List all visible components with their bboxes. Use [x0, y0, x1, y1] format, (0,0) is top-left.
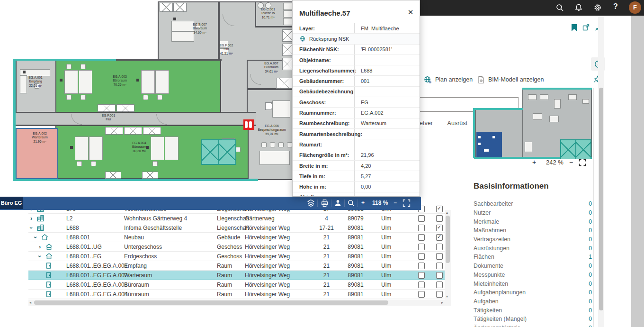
plan-tab-label[interactable]: Büro EG [0, 197, 23, 209]
checkbox-2[interactable] [436, 263, 443, 269]
factbox-item[interactable]: Dokumente 0 [474, 262, 592, 271]
factbox-count[interactable]: 0 [589, 236, 592, 243]
scrollbar-thumb[interactable] [446, 216, 450, 263]
search-icon[interactable] [555, 3, 564, 12]
table-horizontal-scrollbar[interactable]: ◂ ▸ [28, 300, 451, 306]
magnifier-icon[interactable] [347, 199, 355, 207]
plan-zoom-out-button[interactable]: − [394, 200, 397, 206]
factbox-item[interactable]: Ausrüstungen 0 [474, 244, 592, 253]
factbox-count[interactable]: 0 [589, 227, 592, 234]
room-corridor-f001[interactable] [14, 112, 256, 126]
factbox-item[interactable]: Vertragszeilen 0 [474, 235, 592, 244]
scroll-right-arrow[interactable]: ▸ [441, 300, 443, 305]
checkbox-2[interactable] [436, 225, 443, 231]
factbox-item[interactable]: Tätigkeiten 0 [474, 306, 592, 315]
table-row[interactable]: L688.001..EG.EG.A.002 Warteraum Raum Hör… [28, 271, 445, 280]
scrollbar-thumb[interactable] [34, 300, 388, 305]
plan-fit-view-icon[interactable] [402, 199, 411, 207]
chevron-icon[interactable] [30, 216, 36, 221]
checkbox-1[interactable] [418, 253, 425, 260]
open-in-new-window-icon[interactable] [582, 24, 590, 31]
factbox-item[interactable]: Maßnahmen 0 [474, 226, 592, 235]
factbox-count[interactable]: 0 [589, 272, 592, 278]
checkbox-1[interactable] [418, 234, 425, 241]
checkbox-1[interactable] [418, 282, 425, 288]
factbox-item[interactable]: Aufgaben 0 [474, 297, 592, 306]
help-icon[interactable]: ? [613, 2, 618, 11]
table-row[interactable]: L688.001..EG Erdgeschoss Geschoss Hörvel… [28, 252, 445, 261]
factbox-count[interactable]: 0 [589, 209, 592, 216]
bookmark-icon[interactable] [572, 24, 577, 31]
checkbox-1[interactable] [418, 215, 425, 222]
table [272, 100, 290, 118]
close-icon[interactable]: ✕ [406, 8, 415, 17]
page-vertical-scrollbar[interactable] [598, 17, 604, 327]
table-vertical-scrollbar[interactable]: ▴ ▾ [445, 210, 451, 300]
factbox-item[interactable]: Aufgabenplanungen 0 [474, 288, 592, 297]
checkbox-1[interactable] [418, 225, 425, 231]
table-row[interactable]: L688.001..EG.EG.A.003 Büroraum Raum Hörv… [28, 280, 445, 290]
ruecksprung-link[interactable]: Rücksprung NSK [293, 34, 349, 44]
chevron-icon[interactable] [39, 254, 45, 259]
scrollbar-thumb[interactable] [599, 88, 603, 310]
checkbox-2[interactable] [436, 253, 443, 260]
factbox-item[interactable]: Flächen 1 [474, 253, 592, 262]
print-icon[interactable] [321, 199, 329, 207]
checkbox-2[interactable] [436, 234, 443, 241]
factbox-count[interactable]: 0 [589, 316, 592, 322]
chevron-icon[interactable] [30, 225, 36, 231]
factbox-item[interactable]: Messpunkte 0 [474, 271, 592, 280]
checkbox-2[interactable] [436, 282, 443, 288]
floorplan-minimap[interactable] [473, 87, 593, 159]
chevron-icon[interactable] [39, 244, 45, 250]
zoom-out-button[interactable]: − [569, 158, 573, 166]
factbox-item[interactable]: Änderungshistorie 0 [474, 324, 592, 327]
checkbox-2[interactable] [436, 291, 443, 298]
chair [143, 95, 148, 100]
factbox-count[interactable]: 0 [589, 263, 592, 269]
factbox-count[interactable]: 0 [589, 245, 592, 252]
scroll-left-arrow[interactable]: ◂ [29, 300, 31, 305]
scroll-up-arrow[interactable]: ▴ [446, 210, 448, 215]
factbox-count[interactable]: 0 [589, 200, 592, 207]
table-row[interactable]: L2 Wohnhaus Gärtnerweg 4 Liegenschaft Gä… [28, 214, 445, 223]
avatar[interactable]: F [629, 1, 641, 14]
layers-icon[interactable] [307, 199, 315, 207]
factbox-item[interactable]: Tätigkeiten (Mangel) 0 [474, 315, 592, 324]
checkbox-1[interactable] [418, 244, 425, 250]
factbox-count[interactable]: 0 [589, 289, 592, 296]
show-bim-button[interactable]: BIM-Modell anzeigen [477, 74, 544, 85]
show-plan-button[interactable]: Plan anzeigen [424, 74, 473, 85]
checkbox-1[interactable] [418, 291, 425, 298]
floorplan-viewport[interactable]: EG.A.001Empfang22,05 m² EG.A.003Büroraum… [0, 0, 294, 197]
person-icon[interactable] [334, 199, 342, 207]
checkbox-2[interactable] [436, 244, 443, 250]
checkbox-1[interactable] [418, 263, 425, 269]
checkbox-2[interactable] [436, 215, 443, 222]
factbox-count[interactable]: 0 [589, 298, 592, 305]
factbox-count[interactable]: 1 [589, 254, 592, 260]
factbox-count[interactable]: 0 [589, 325, 592, 327]
table-row[interactable]: L688.001..EG.EG.A.001 Empfang Raum Hörve… [28, 261, 445, 271]
factbox-count[interactable]: 0 [589, 307, 592, 314]
factbox-item[interactable]: Sachbearbeiter 0 [474, 200, 592, 209]
table-row[interactable]: L688.001..UG Untergeschoss Geschoss Hörv… [28, 242, 445, 252]
table-row[interactable]: L688 Infoma Geschäftsstelle Liegenschaft… [28, 223, 445, 233]
factbox-count[interactable]: 0 [589, 281, 592, 287]
notifications-bell-icon[interactable] [574, 3, 583, 12]
table-row[interactable]: L688.001 Neubau Gebäude Hörvelsinger Weg… [28, 233, 445, 242]
scroll-down-arrow[interactable]: ▾ [446, 294, 448, 299]
table-row[interactable]: L688.001..EG.EG.A.004 Büroraum Raum Hörv… [28, 290, 445, 299]
factbox-item[interactable]: Merkmale 0 [474, 217, 592, 226]
factbox-count[interactable]: 0 [589, 218, 592, 225]
factbox-item[interactable]: Nutzer 0 [474, 209, 592, 218]
fit-view-icon[interactable] [579, 159, 586, 166]
zoom-in-button[interactable]: + [532, 158, 536, 166]
chevron-icon[interactable] [35, 235, 40, 240]
factbox-item[interactable]: Mieteinheiten 0 [474, 279, 592, 288]
plan-zoom-in-button[interactable]: + [361, 200, 365, 206]
checkbox-1[interactable] [418, 272, 425, 279]
checkbox-2[interactable] [436, 272, 443, 279]
settings-gear-icon[interactable] [593, 3, 602, 12]
checkbox-2[interactable] [436, 206, 443, 212]
